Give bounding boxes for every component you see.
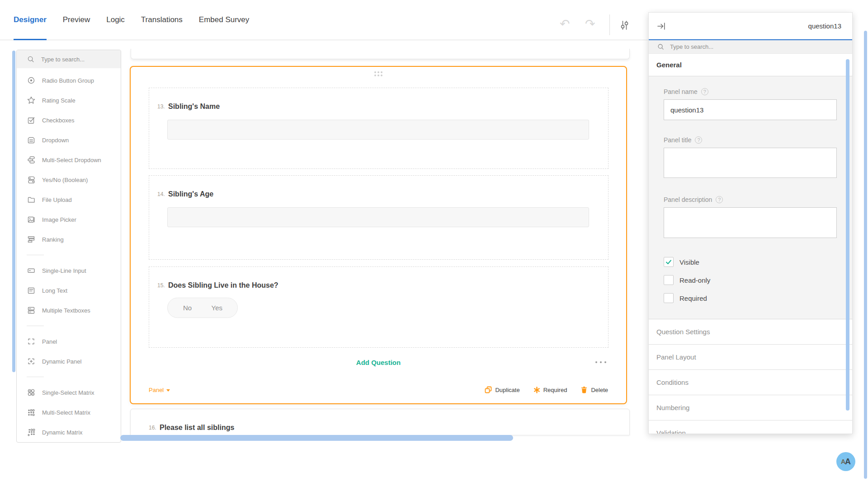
checkbox-visible[interactable]: Visible [664,255,837,269]
checkbox-box[interactable] [664,293,674,303]
checkbox-box[interactable] [664,275,674,285]
panel-title-textarea[interactable] [664,148,837,178]
toolbox-divider [27,255,44,255]
panel-footer: Panel Duplicate Required Delete [149,386,608,393]
property-panel-scrollbar[interactable] [846,59,849,411]
toolbox-item-panel[interactable]: Panel [17,332,121,351]
multi-select-dropdown-icon [27,155,36,164]
tab-logic[interactable]: Logic [106,0,125,40]
redo-icon[interactable]: ↷ [585,18,595,30]
toolbox-item-single-select-matrix[interactable]: Single-Select Matrix [17,383,121,402]
toolbox-item-radio-button-group[interactable]: Radio Button Group [17,70,121,90]
toolbox-item-dynamic-matrix[interactable]: Dynamic Matrix [17,422,121,442]
toolbox-item-label: Checkboxes [42,117,75,124]
section-conditions[interactable]: Conditions [649,370,852,395]
add-question-button[interactable]: Add Question [131,359,626,366]
question-number: 16. [149,425,156,431]
toolbox-item-multi-select-dropdown[interactable]: Multi-Select Dropdown [17,150,121,170]
tab-designer[interactable]: Designer [14,0,47,40]
checkbox-label: Visible [679,258,699,266]
more-actions-icon[interactable] [595,361,606,363]
toolbox-item-ranking[interactable]: Ranking [17,229,121,249]
question-15[interactable]: 15. Does Sibling Live in the House? No Y… [149,266,609,348]
section-validation[interactable]: Validation [649,420,852,434]
question-title-text: Does Sibling Live in the House? [168,281,278,289]
toolbox-item-label: Multi-Select Matrix [42,409,90,416]
collapse-panel-icon[interactable] [656,21,667,32]
toolbox-item-single-line-input[interactable]: Single-Line Input [17,261,121,280]
drag-handle-icon[interactable] [374,71,382,76]
checkbox-label: Required [679,294,707,302]
toolbox-item-checkboxes[interactable]: Checkboxes [17,110,121,130]
help-icon[interactable]: ? [716,196,723,203]
section-numbering[interactable]: Numbering [649,395,852,420]
text-input-preview[interactable] [167,207,589,227]
checkbox-read-only[interactable]: Read-only [664,273,837,287]
toolbox-item-boolean[interactable]: Yes/No (Boolean) [17,170,121,190]
boolean-toggle[interactable]: No Yes [167,298,238,318]
checkbox-box[interactable] [664,257,674,267]
help-icon[interactable]: ? [701,88,708,95]
toolbox-item-dynamic-panel[interactable]: Dynamic Panel [17,351,121,371]
boolean-option-no[interactable]: No [183,304,192,312]
page-scrollbar[interactable] [864,31,867,479]
toolbox-item-label: Multi-Select Dropdown [42,157,101,163]
toolbox-item-label: Radio Button Group [42,77,94,84]
delete-button[interactable]: Delete [580,386,608,393]
toolbox-item-label: Dynamic Panel [42,358,81,365]
field-label-text: Panel description [664,196,712,203]
section-panel-layout[interactable]: Panel Layout [649,345,852,370]
toolbox-item-rating-scale[interactable]: Rating Scale [17,90,121,110]
property-search-input[interactable] [669,43,805,51]
section-general[interactable]: General [649,54,852,76]
toolbox-scrollbar[interactable] [12,51,15,372]
visibility-checkboxes: Visible Read-only Required [664,255,837,305]
help-icon[interactable]: ? [695,136,702,144]
question-title: 14. Sibling's Age [168,190,589,198]
previous-question-card-fragment[interactable] [131,49,630,59]
asterisk-icon [533,387,540,393]
selected-panel[interactable]: 13. Sibling's Name 14. Sibling's Age 15.… [130,66,627,404]
text-size-button[interactable]: AA [836,452,855,471]
question-number: 15. [157,282,165,289]
panel-type-dropdown[interactable]: Panel [149,387,170,393]
tab-translations[interactable]: Translations [141,0,183,40]
toolbox-item-label: Panel [42,338,57,345]
toolbox-item-long-text[interactable]: Long Text [17,280,121,300]
panel-description-textarea[interactable] [664,207,837,238]
toolbox-search-input[interactable] [40,56,108,63]
question-16-card[interactable]: 16. Please list all siblings [130,409,630,435]
toolbox-item-multiple-textboxes[interactable]: Multiple Textboxes [17,300,121,320]
section-question-settings[interactable]: Question Settings [649,319,852,345]
panel-name-field: Panel name ? [664,88,837,120]
tab-embed-survey[interactable]: Embed Survey [199,0,250,40]
undo-icon[interactable]: ↶ [560,18,570,30]
boolean-option-yes[interactable]: Yes [212,304,222,312]
panel-title-field: Panel title ? [664,136,837,180]
panel-name-input[interactable] [664,99,837,120]
toolbox-item-dropdown[interactable]: Dropdown [17,130,121,150]
duplicate-button[interactable]: Duplicate [485,386,519,393]
question-14[interactable]: 14. Sibling's Age [149,175,609,260]
settings-sliders-icon[interactable] [618,19,630,31]
toolbox-item-label: Dynamic Matrix [42,429,83,436]
text-input-preview[interactable] [167,120,589,140]
horizontal-scrollbar[interactable] [120,435,513,441]
property-panel: question13 General Panel name ? Panel ti… [648,12,853,434]
panel-actions: Duplicate Required Delete [485,386,608,393]
toolbox-item-multi-select-matrix[interactable]: Multi-Select Matrix [17,402,121,422]
toolbox-item-image-picker[interactable]: Image Picker [17,210,121,229]
property-search[interactable] [649,40,852,54]
checkbox-required[interactable]: Required [664,291,837,305]
toolbox-search[interactable] [17,50,121,68]
question-number: 13. [157,103,165,110]
toolbox-divider [27,377,44,377]
field-label-text: Panel title [664,136,691,144]
question-13[interactable]: 13. Sibling's Name [149,88,609,169]
general-section-content: Panel name ? Panel title ? Panel descrip… [649,76,852,319]
image-picker-icon [27,215,36,224]
toolbox-item-file-upload[interactable]: File Upload [17,190,121,210]
tab-preview[interactable]: Preview [63,0,90,40]
question-title-text: Please list all siblings [160,424,234,431]
required-button[interactable]: Required [533,386,567,393]
